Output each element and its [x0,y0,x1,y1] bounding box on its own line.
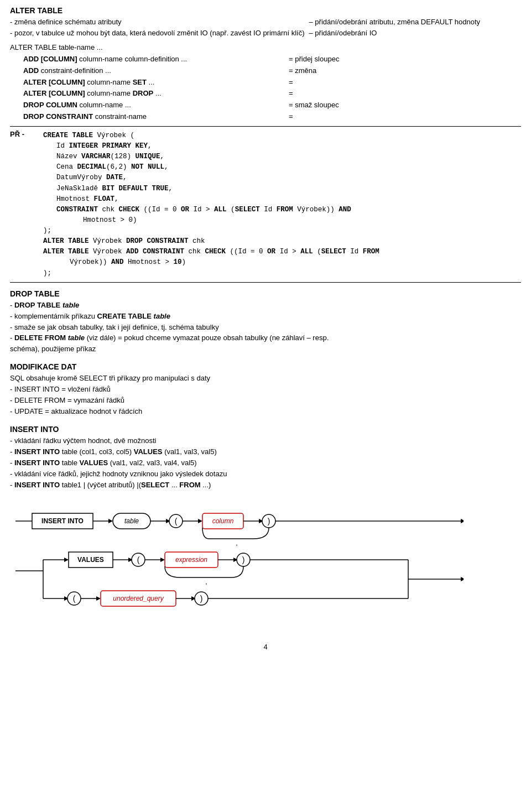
svg-text:table: table [124,517,139,525]
pr-label: PŘ - [10,130,41,279]
svg-marker-12 [198,519,202,523]
alter-column-drop-eq: = [289,89,293,99]
drop-table-line3: - smaže se jak obsah tabulky, tak i její… [10,322,521,333]
svg-text:): ) [242,555,245,564]
modifikace-line4: - UPDATE = aktualizace hodnot v řádcích [10,407,521,417]
insert-line1: - vkládání řádku výčtem hodnot, dvě možn… [10,436,521,446]
insert-line4: - INSERT INTO table1 | (výčet atributů) … [10,480,521,491]
alter-syntax-intro: ALTER TABLE table-name ... [10,43,521,53]
alter-table-section: ALTER TABLE - změna definice schématu at… [10,5,521,283]
alter-column-drop: ALTER [COLUMN] column-name DROP ... [23,89,289,99]
svg-text:expression: expression [175,556,207,564]
svg-text:VALUES: VALUES [77,556,104,564]
insert-line2a: - INSERT INTO table (col1, col3, col5) V… [10,447,521,457]
drop-table-line4: - DELETE FROM table (viz dále) = pokud c… [10,333,521,343]
drop-table-line4b: schéma), použijeme příkaz [10,344,521,355]
alter-add-column-eq: = přidej sloupec [289,54,339,65]
svg-text:unordered_query: unordered_query [113,595,164,602]
alter-table-title: ALTER TABLE [10,5,521,16]
svg-marker-20 [461,519,464,523]
modifikace-section: MODIFIKACE DAT SQL obsahuje kromě SELECT… [10,361,521,417]
alter-drop-column: DROP COLUMN column-name ... [23,100,289,111]
svg-marker-25 [64,558,69,562]
svg-text:): ) [200,594,203,603]
alter-drop-constraint-eq: = [289,112,293,122]
diagram-area: INSERT INTO table ( column ) [10,499,521,621]
alter-add-constraint-eq: = změna [289,66,316,76]
svg-marker-47 [96,596,101,601]
alter-desc1: - změna definice schématu atributy [10,17,305,28]
svg-marker-33 [160,558,165,562]
modifikace-line2: - INSERT INTO = vložení řádků [10,384,521,395]
svg-text:(: ( [137,555,140,564]
insert-line2b: - INSERT INTO table VALUES (val1, val2, … [10,458,521,469]
modifikace-title: MODIFIKACE DAT [10,361,521,372]
svg-marker-4 [108,519,113,523]
pr-content: CREATE TABLE Výrobek ( Id INTEGER PRIMAR… [43,130,521,279]
pr-block: PŘ - CREATE TABLE Výrobek ( Id INTEGER P… [10,130,521,279]
alter-add-constraint: ADD constraint-definition ... [23,66,289,76]
svg-text:): ) [268,517,270,525]
alter-column-set: ALTER [COLUMN] column-name SET ... [23,77,289,88]
svg-text:INSERT INTO: INSERT INTO [41,517,84,525]
svg-text:(: ( [175,517,178,525]
alter-desc3: - pozor, v tabulce už mohou být data, kt… [10,28,305,39]
page-number: 4 [10,643,521,651]
modifikace-line1: SQL obsahuje kromě SELECT tři příkazy pr… [10,373,521,384]
insert-into-title: INSERT INTO [10,424,521,435]
insert-line3: - vkládání více řádků, jejichž hodnoty v… [10,469,521,480]
svg-marker-57 [461,577,464,581]
alter-drop-column-eq: = smaž sloupec [289,100,339,111]
alter-desc1b: – přidání/odebrání atributu, změna DEFAU… [309,17,521,28]
insert-into-section: INSERT INTO - vkládání řádku výčtem hodn… [10,424,521,621]
drop-table-line1: - DROP TABLE table [10,300,521,311]
svg-text:,: , [205,578,207,586]
svg-text:column: column [212,517,234,525]
alter-column-set-eq: = [289,77,293,88]
drop-table-line2: - komplementárník příkazu CREATE TABLE t… [10,311,521,322]
svg-text:,: , [236,539,237,547]
alter-add-column: ADD [COLUMN] column-name column-definiti… [23,54,289,65]
drop-table-title: DROP TABLE [10,288,521,299]
svg-text:(: ( [73,594,76,603]
modifikace-line3: - DELETE FROM = vymazání řádků [10,395,521,406]
drop-table-section: DROP TABLE - DROP TABLE table - kompleme… [10,288,521,355]
alter-desc2: – přidání/odebrání IO [309,28,521,39]
alter-drop-constraint: DROP CONSTRAINT constraint-name [23,112,289,122]
